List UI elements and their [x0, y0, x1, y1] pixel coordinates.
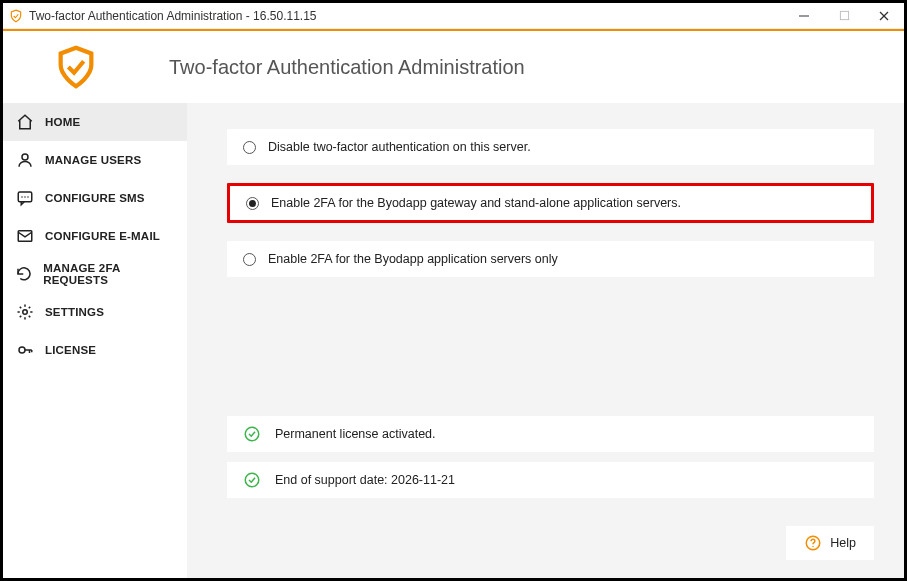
user-icon — [15, 150, 35, 170]
sidebar-item-label: HOME — [45, 116, 80, 128]
sidebar-item-configure-sms[interactable]: CONFIGURE SMS — [3, 179, 187, 217]
sidebar-item-label: CONFIGURE SMS — [45, 192, 145, 204]
content-area: Disable two-factor authentication on thi… — [187, 103, 904, 578]
sidebar-item-label: SETTINGS — [45, 306, 104, 318]
svg-point-4 — [22, 154, 28, 160]
radio-unchecked-icon[interactable] — [243, 253, 256, 266]
sidebar-item-label: LICENSE — [45, 344, 96, 356]
sidebar-item-label: MANAGE 2FA REQUESTS — [43, 262, 175, 286]
sidebar-item-configure-email[interactable]: CONFIGURE E-MAIL — [3, 217, 187, 255]
mail-icon — [15, 226, 35, 246]
option-disable-2fa[interactable]: Disable two-factor authentication on thi… — [227, 129, 874, 165]
sidebar-item-license[interactable]: LICENSE — [3, 331, 187, 369]
key-icon — [15, 340, 35, 360]
option-label: Disable two-factor authentication on thi… — [268, 140, 531, 154]
sidebar-item-manage-2fa-requests[interactable]: MANAGE 2FA REQUESTS — [3, 255, 187, 293]
close-button[interactable] — [864, 3, 904, 28]
shield-logo-icon — [53, 44, 99, 90]
status-text: Permanent license activated. — [275, 427, 436, 441]
svg-rect-1 — [840, 11, 848, 19]
sidebar-item-settings[interactable]: SETTINGS — [3, 293, 187, 331]
sidebar: HOME MANAGE USERS CONFIGURE SMS CONFIGUR… — [3, 103, 187, 578]
radio-checked-icon[interactable] — [246, 197, 259, 210]
sidebar-item-label: CONFIGURE E-MAIL — [45, 230, 160, 242]
app-shield-icon — [9, 9, 23, 23]
svg-point-6 — [21, 196, 23, 198]
sidebar-item-manage-users[interactable]: MANAGE USERS — [3, 141, 187, 179]
status-support-date: End of support date: 2026-11-21 — [227, 462, 874, 498]
maximize-button[interactable] — [824, 3, 864, 28]
svg-point-12 — [245, 427, 259, 441]
help-icon — [804, 534, 822, 552]
svg-point-10 — [23, 310, 28, 315]
option-label: Enable 2FA for the Byodapp gateway and s… — [271, 196, 681, 210]
window-title: Two-factor Authentication Administration… — [29, 9, 784, 23]
radio-unchecked-icon[interactable] — [243, 141, 256, 154]
gear-icon — [15, 302, 35, 322]
page-title: Two-factor Authentication Administration — [169, 56, 525, 79]
titlebar: Two-factor Authentication Administration… — [3, 3, 904, 29]
svg-point-15 — [813, 546, 815, 548]
minimize-button[interactable] — [784, 3, 824, 28]
check-circle-icon — [243, 425, 261, 443]
help-label: Help — [830, 536, 856, 550]
option-enable-gateway-and-standalone[interactable]: Enable 2FA for the Byodapp gateway and s… — [227, 183, 874, 223]
svg-point-11 — [19, 347, 25, 353]
svg-point-13 — [245, 473, 259, 487]
svg-point-8 — [27, 196, 29, 198]
help-button[interactable]: Help — [786, 526, 874, 560]
sms-icon — [15, 188, 35, 208]
page-header: Two-factor Authentication Administration — [3, 31, 904, 103]
status-license: Permanent license activated. — [227, 416, 874, 452]
svg-point-7 — [24, 196, 26, 198]
window-controls — [784, 3, 904, 28]
status-text: End of support date: 2026-11-21 — [275, 473, 455, 487]
sidebar-item-home[interactable]: HOME — [3, 103, 187, 141]
home-icon — [15, 112, 35, 132]
option-label: Enable 2FA for the Byodapp application s… — [268, 252, 558, 266]
sidebar-item-label: MANAGE USERS — [45, 154, 141, 166]
check-circle-icon — [243, 471, 261, 489]
option-enable-app-servers-only[interactable]: Enable 2FA for the Byodapp application s… — [227, 241, 874, 277]
refresh-icon — [15, 264, 33, 284]
